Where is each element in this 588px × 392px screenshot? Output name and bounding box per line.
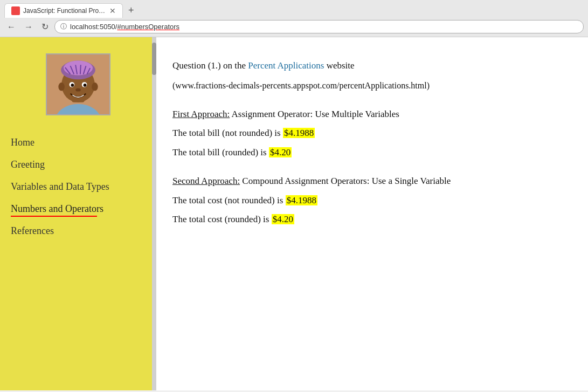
first-rounded-prefix: The total bill (rounded) is bbox=[172, 147, 269, 157]
question-url: (www.fractions-decimals-percents.appspot… bbox=[172, 79, 566, 92]
tab-favicon bbox=[11, 6, 20, 15]
sidebar-item-greeting[interactable]: Greeting bbox=[11, 154, 156, 176]
second-rounded-value: $4.20 bbox=[272, 214, 294, 224]
question-text-prefix: Question (1.) on the bbox=[172, 60, 248, 71]
second-rounded-prefix: The total cost (rounded) is bbox=[172, 214, 272, 224]
sidebar-item-home[interactable]: Home bbox=[11, 132, 156, 154]
forward-button[interactable]: → bbox=[22, 21, 36, 33]
first-not-rounded-value: $4.1988 bbox=[283, 128, 315, 138]
first-approach-label: First Approach: bbox=[172, 109, 230, 119]
browser-chrome: JavaScript: Functional Programm... ✕ + ←… bbox=[0, 0, 588, 37]
question-line: Question (1.) on the Percent Application… bbox=[172, 59, 566, 73]
back-button[interactable]: ← bbox=[4, 21, 18, 33]
sidebar: Home Greeting Variables and Data Types N… bbox=[0, 37, 156, 390]
page-wrapper: Home Greeting Variables and Data Types N… bbox=[0, 37, 588, 390]
address-text: localhost:5050/#numbersOperators bbox=[70, 23, 578, 31]
first-not-rounded-line: The total bill (not rounded) is $4.1988 bbox=[172, 126, 566, 140]
first-approach-heading: First Approach: Assignment Operator: Use… bbox=[172, 107, 566, 121]
second-not-rounded-prefix: The total cost (not rounded) is bbox=[172, 195, 286, 205]
new-tab-button[interactable]: + bbox=[125, 5, 137, 16]
main-content: Question (1.) on the Percent Application… bbox=[156, 37, 588, 390]
sidebar-nav: Home Greeting Variables and Data Types N… bbox=[0, 132, 156, 242]
svg-point-15 bbox=[84, 84, 87, 87]
address-bar[interactable]: ⓘ localhost:5050/#numbersOperators bbox=[54, 20, 584, 33]
svg-point-5 bbox=[64, 61, 93, 75]
address-bar-row: ← → ↻ ⓘ localhost:5050/#numbersOperators bbox=[0, 18, 588, 37]
first-not-rounded-prefix: The total bill (not rounded) is bbox=[172, 128, 283, 138]
percent-applications-link[interactable]: Percent Applications bbox=[248, 60, 324, 71]
active-tab[interactable]: JavaScript: Functional Programm... ✕ bbox=[4, 3, 123, 18]
svg-line-9 bbox=[80, 65, 81, 74]
second-approach-rest: Compound Assignment Operators: Use a Sin… bbox=[240, 176, 451, 186]
avatar-image bbox=[47, 54, 109, 114]
svg-point-18 bbox=[92, 82, 98, 91]
first-rounded-line: The total bill (rounded) is $4.20 bbox=[172, 146, 566, 160]
url-prefix: localhost:5050/ bbox=[70, 23, 117, 31]
question-suffix: website bbox=[324, 60, 354, 71]
svg-point-14 bbox=[71, 84, 74, 87]
first-approach-section: First Approach: Assignment Operator: Use… bbox=[172, 107, 566, 160]
sidebar-item-numbers[interactable]: Numbers and Operators bbox=[11, 198, 156, 220]
sidebar-item-variables[interactable]: Variables and Data Types bbox=[11, 176, 156, 198]
tab-bar: JavaScript: Functional Programm... ✕ + bbox=[0, 0, 588, 18]
reload-button[interactable]: ↻ bbox=[39, 20, 51, 33]
lock-icon: ⓘ bbox=[60, 22, 67, 31]
second-not-rounded-line: The total cost (not rounded) is $4.1988 bbox=[172, 194, 566, 208]
svg-point-16 bbox=[75, 88, 81, 92]
svg-point-17 bbox=[58, 82, 65, 91]
second-approach-section: Second Approach: Compound Assignment Ope… bbox=[172, 174, 566, 226]
tab-title: JavaScript: Functional Programm... bbox=[23, 7, 106, 15]
tab-close-button[interactable]: ✕ bbox=[109, 6, 116, 15]
sidebar-scrollthumb[interactable] bbox=[152, 43, 156, 75]
second-not-rounded-value: $4.1988 bbox=[286, 195, 317, 205]
second-rounded-line: The total cost (rounded) is $4.20 bbox=[172, 212, 566, 226]
first-rounded-value: $4.20 bbox=[269, 147, 292, 157]
url-anchor: #numbersOperators bbox=[117, 23, 179, 31]
avatar bbox=[46, 53, 110, 115]
second-approach-heading: Second Approach: Compound Assignment Ope… bbox=[172, 174, 566, 188]
first-approach-rest: Assignment Operator: Use Multiple Variab… bbox=[230, 109, 399, 119]
second-approach-label: Second Approach: bbox=[172, 176, 240, 186]
sidebar-item-references[interactable]: References bbox=[11, 220, 156, 242]
